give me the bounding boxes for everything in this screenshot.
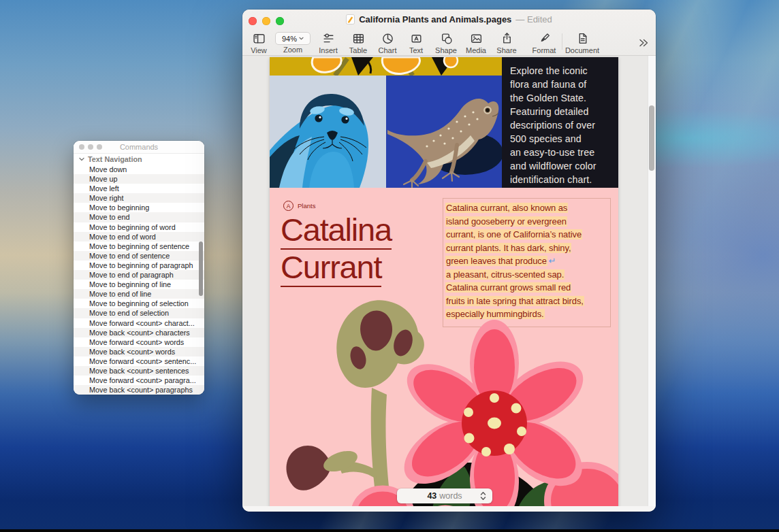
sidebar-icon [244,31,274,46]
command-group-label: Text Navigation [88,155,142,163]
desktop-wallpaper: Commands Text Navigation Move down Move … [0,0,779,532]
toolbar-document-button[interactable]: Document [563,31,601,54]
command-group-header[interactable]: Text Navigation [74,154,204,165]
poppy-illustration[interactable] [270,57,502,76]
toolbar-text-button[interactable]: Text [401,31,431,54]
command-item[interactable]: Move forward <count> paragra... [74,376,204,385]
toolbar-format-button[interactable]: Format [529,31,559,54]
chevron-down-icon [79,157,84,161]
toolbar-chart-button[interactable]: Chart [372,31,402,54]
pie-chart-icon [372,31,402,46]
command-item[interactable]: Move to end [74,212,204,222]
command-item[interactable]: Move up [74,174,204,184]
commands-scrollbar-thumb[interactable] [199,242,203,296]
command-item[interactable]: Move forward <count> charact... [74,318,204,328]
article-heading[interactable]: Catalina Currant [281,213,392,288]
toolbar-overflow-button[interactable] [634,35,653,50]
command-item[interactable]: Move to end of line [74,289,204,299]
toolbar-view-button[interactable]: View [244,31,274,54]
badge-letter: A [283,201,293,211]
command-item[interactable]: Move down [74,165,204,174]
double-chevron-icon [634,35,653,50]
command-item[interactable]: Move to end of word [74,232,204,242]
command-item[interactable]: Move forward <count> words [74,337,204,347]
lizard-illustration[interactable] [386,76,502,188]
command-item[interactable]: Move back <count> characters [74,328,204,337]
document-icon [563,31,601,46]
pages-toolbar: View 94% Zoom Insert [242,31,656,56]
commands-panel-title: Commands [74,143,204,151]
command-item[interactable]: Move to beginning [74,203,204,212]
command-item[interactable]: Move to beginning of selection [74,299,204,308]
commands-panel: Commands Text Navigation Move down Move … [74,141,204,395]
toolbar-zoom-control: 94% Zoom [274,31,312,54]
intro-line: identification chart. [510,173,613,186]
edited-status: — Edited [515,14,552,24]
scrollbar-thumb[interactable] [649,105,654,171]
intro-text-box[interactable]: Explore the iconicflora and fauna ofthe … [502,57,618,188]
category-badge[interactable]: A Plants [283,201,315,211]
toolbar-table-button[interactable]: Table [343,31,373,54]
document-canvas: Explore the iconicflora and fauna ofthe … [242,56,656,506]
command-item[interactable]: Move to beginning of sentence [74,242,204,251]
seal-illustration[interactable] [270,76,386,188]
intro-line: the Golden State. [510,91,613,105]
up-down-chevrons-icon [480,491,486,501]
intro-line: 500 species and [510,132,613,146]
command-item[interactable]: Move back <count> sentences [74,366,204,376]
table-grid-icon [343,31,373,46]
pages-window-header: California Plants and Animals.pages — Ed… [242,10,656,56]
command-item[interactable]: Move left [74,184,204,193]
command-item[interactable]: Move right [74,193,204,203]
command-item[interactable]: Move back <count> paragraphs [74,385,204,395]
pages-window: California Plants and Animals.pages — Ed… [242,10,656,512]
paintbrush-icon [529,31,559,46]
toolbar-share-button[interactable]: Share [492,31,522,54]
badge-label: Plants [298,202,315,210]
toolbar-insert-button[interactable]: Insert [313,31,343,54]
toolbar-media-button[interactable]: Media [461,31,491,54]
command-item[interactable]: Move back <count> words [74,347,204,356]
intro-line: Featuring detailed [510,105,613,118]
pages-document-icon [346,14,355,24]
command-item[interactable]: Move to beginning of paragraph [74,261,204,270]
insert-slider-icon [313,31,343,46]
intro-line: Explore the iconic [510,64,613,78]
window-bottom-frame [242,506,656,512]
intro-line: an easy-to-use tree [510,146,613,159]
command-item[interactable]: Move to end of paragraph [74,270,204,280]
share-icon [492,31,522,46]
desktop-bottom-edge [0,529,779,532]
commands-titlebar[interactable]: Commands [74,141,204,154]
text-box-icon [401,31,431,46]
command-item[interactable]: Move to beginning of word [74,222,204,232]
command-item[interactable]: Move to beginning of line [74,280,204,289]
plants-section: A Plants Catalina Currant Catalina curra… [270,188,618,506]
chevron-down-icon [299,37,304,40]
line-break-symbol: ↵ [549,256,556,266]
word-count-label: words [439,491,462,501]
flower-illustration[interactable] [270,293,618,506]
window-title: California Plants and Animals.pages — Ed… [242,14,656,24]
scrollbar-track[interactable] [648,56,656,506]
toolbar-separator [562,33,562,50]
word-count-value: 43 [427,491,436,501]
photo-icon [461,31,491,46]
command-item[interactable]: Move to end of selection [74,308,204,318]
document-title: California Plants and Animals.pages [359,14,511,24]
shapes-icon [431,31,461,46]
intro-line: descriptions of over [510,118,613,132]
toolbar-shape-button[interactable]: Shape [431,31,461,54]
commands-list: Move down Move up Move left Move right M… [74,165,204,395]
document-page[interactable]: Explore the iconicflora and fauna ofthe … [270,57,618,506]
zoom-dropdown-button[interactable]: 94% [275,32,311,45]
command-item[interactable]: Move to end of sentence [74,251,204,261]
command-item[interactable]: Move forward <count> sentenc... [74,356,204,366]
intro-line: flora and fauna of [510,78,613,91]
word-count-menu[interactable]: 43 words [397,488,492,503]
intro-line: and wildflower color [510,159,613,173]
